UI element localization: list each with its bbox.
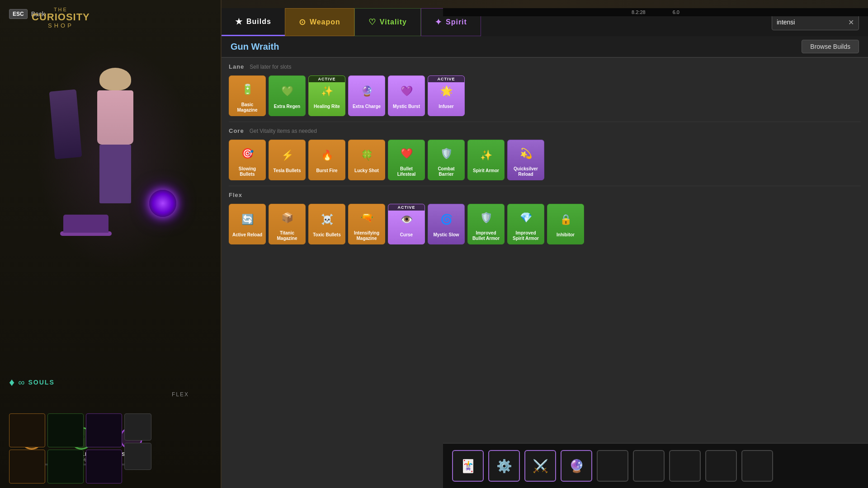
- bottom-slot-8[interactable]: [705, 450, 737, 482]
- item-card[interactable]: 🛡️Combat Barrier: [428, 140, 465, 180]
- char-hat: [63, 215, 108, 233]
- bottom-slot-icon-2: ⚙️: [496, 459, 512, 474]
- bottom-slot-icon-1: 🃏: [460, 459, 476, 474]
- souls-icon: ♦: [9, 376, 14, 389]
- item-card[interactable]: 🔋Basic Magazine: [229, 75, 266, 116]
- bottom-slot-2[interactable]: ⚙️: [488, 450, 520, 482]
- logo-curiosity: CURIOSITY: [32, 12, 90, 22]
- lane-items-grid: 🔋Basic Magazine💚Extra RegenACTIVE✨Healin…: [229, 75, 861, 116]
- item-icon: 🔮: [356, 80, 377, 102]
- flex-slot-1[interactable]: [124, 413, 151, 441]
- tab-weapon[interactable]: ⊙ Weapon: [285, 8, 354, 36]
- tab-builds-label: Builds: [246, 18, 271, 26]
- item-card[interactable]: ACTIVE👁️Curse: [388, 204, 425, 244]
- search-bar: ✕: [772, 14, 859, 30]
- item-card[interactable]: 💜Mystic Burst: [388, 75, 425, 116]
- item-icon: 🔥: [316, 145, 338, 166]
- char-head: [99, 68, 131, 90]
- item-card[interactable]: ✨Spirit Armor: [467, 140, 505, 180]
- item-card[interactable]: ⚡Tesla Bullets: [269, 140, 306, 180]
- vitality-slot-2[interactable]: [47, 450, 84, 483]
- item-name: Curse: [400, 232, 413, 238]
- spirit-slot-1[interactable]: [86, 413, 122, 447]
- bottom-bar: 🃏⚙️⚔️🔮: [443, 443, 868, 488]
- item-card[interactable]: 🔥Burst Fire: [308, 140, 345, 180]
- item-card[interactable]: 🎯Slowing Bullets: [229, 140, 266, 180]
- item-name: Improved Spirit Armor: [510, 230, 541, 241]
- bottom-slot-7[interactable]: [669, 450, 701, 482]
- item-name: Titanic Magazine: [272, 230, 302, 241]
- flex-section: Flex 🔄Active Reload📦Titanic Magazine☠️To…: [222, 186, 868, 250]
- char-torso: [97, 90, 133, 145]
- item-card[interactable]: 🍀Lucky Shot: [348, 140, 385, 180]
- flex-header: Flex: [229, 192, 861, 198]
- item-name: Mystic Burst: [393, 104, 420, 109]
- orb-glow: [149, 190, 176, 217]
- item-card[interactable]: 📦Titanic Magazine: [269, 204, 306, 244]
- bottom-slot-5[interactable]: [597, 450, 628, 482]
- flex-label: FLEX: [172, 391, 189, 398]
- flex-items-grid: 🔄Active Reload📦Titanic Magazine☠️Toxic B…: [229, 204, 861, 244]
- search-close-button[interactable]: ✕: [848, 18, 854, 27]
- build-header: Gun Wraith Browse Builds: [222, 36, 868, 58]
- search-input[interactable]: [777, 19, 844, 26]
- item-icon: ✨: [475, 145, 497, 166]
- tab-builds[interactable]: ★ Builds: [222, 8, 285, 36]
- vitality-tab-icon: ♡: [368, 17, 376, 27]
- top-bar: 8.2:28 6.0: [443, 8, 868, 16]
- bottom-slot-1[interactable]: 🃏: [452, 450, 484, 482]
- souls-text: SOULS: [28, 379, 55, 386]
- item-card[interactable]: ACTIVE🌟Infuser: [428, 75, 465, 116]
- item-icon: ❤️: [396, 143, 417, 164]
- logo-shop: SHOP: [32, 22, 90, 29]
- character-display: [36, 45, 194, 271]
- main-panel: 8.2:28 6.0 ★ Builds ⊙ Weapon ♡ Vitality …: [222, 8, 868, 488]
- item-card[interactable]: 💫Quicksilver Reload: [507, 140, 544, 180]
- bottom-slot-6[interactable]: [633, 450, 665, 482]
- core-subtitle: Get Vitality items as needed: [250, 128, 317, 134]
- active-badge: ACTIVE: [388, 204, 425, 211]
- item-card[interactable]: ACTIVE✨Healing Rite: [308, 75, 345, 116]
- item-card[interactable]: ❤️Bullet Lifesteal: [388, 140, 425, 180]
- item-card[interactable]: ☠️Toxic Bullets: [308, 204, 345, 244]
- item-name: Lucky Shot: [354, 168, 379, 174]
- item-name: Combat Barrier: [431, 166, 462, 177]
- bottom-slot-4[interactable]: 🔮: [561, 450, 592, 482]
- bottom-slot-icon-4: 🔮: [569, 459, 585, 474]
- item-card[interactable]: 🌀Mystic Slow: [428, 204, 465, 244]
- lane-header: Lane Sell later for slots: [229, 63, 861, 70]
- flex-slot-2[interactable]: [124, 443, 151, 470]
- item-name: Healing Rite: [314, 104, 340, 109]
- item-icon: 🍀: [356, 145, 377, 166]
- item-icon: ☠️: [316, 209, 338, 230]
- item-name: Burst Fire: [316, 168, 337, 174]
- item-card[interactable]: 🔮Extra Charge: [348, 75, 385, 116]
- esc-key[interactable]: ESC: [9, 9, 28, 19]
- weapon-slot-1[interactable]: [9, 413, 45, 447]
- item-card[interactable]: 🛡️Improved Bullet Armor: [467, 204, 505, 244]
- item-icon: 💫: [515, 143, 537, 164]
- bottom-slot-9[interactable]: [741, 450, 773, 482]
- vitality-slot-1[interactable]: [47, 413, 84, 447]
- item-card[interactable]: 🔄Active Reload: [229, 204, 266, 244]
- item-name: Extra Regen: [274, 104, 300, 109]
- item-icon: ⚡: [276, 145, 298, 166]
- spirit-slot-2[interactable]: [86, 450, 122, 483]
- builds-tab-icon: ★: [235, 17, 243, 27]
- item-icon: 💜: [396, 80, 417, 102]
- item-name: Inhibitor: [557, 232, 575, 238]
- tab-vitality[interactable]: ♡ Vitality: [354, 8, 421, 36]
- item-icon: 🌀: [435, 209, 457, 230]
- weapon-slot-2[interactable]: [9, 450, 45, 483]
- bottom-slot-3[interactable]: ⚔️: [524, 450, 556, 482]
- item-icon: 🌟: [435, 80, 457, 102]
- spirit-tab-icon: ✦: [435, 17, 442, 27]
- browse-builds-button[interactable]: Browse Builds: [802, 40, 859, 53]
- item-card[interactable]: 🔫Intensifying Magazine: [348, 204, 385, 244]
- tab-weapon-label: Weapon: [310, 18, 340, 26]
- item-icon: 🛡️: [435, 143, 457, 164]
- item-card[interactable]: 🔒Inhibitor: [547, 204, 584, 244]
- item-card[interactable]: 💚Extra Regen: [269, 75, 306, 116]
- logo: THE CURIOSITY SHOP: [32, 7, 90, 29]
- item-card[interactable]: 💎Improved Spirit Armor: [507, 204, 544, 244]
